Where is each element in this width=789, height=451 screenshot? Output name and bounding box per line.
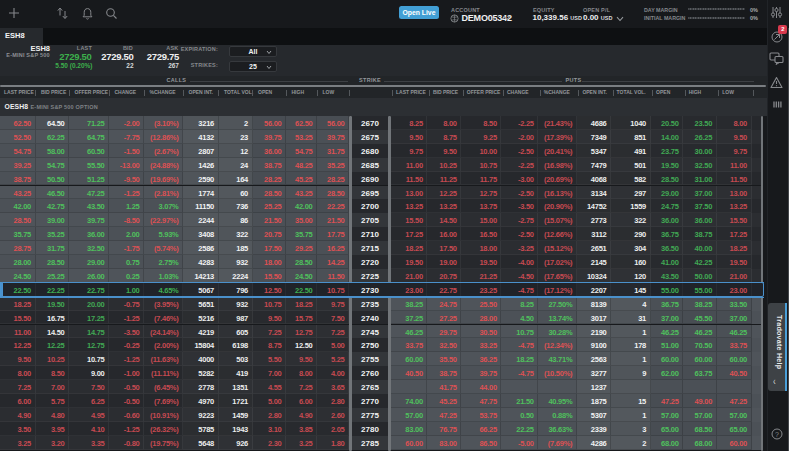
svg-text:?: ?	[775, 431, 779, 438]
